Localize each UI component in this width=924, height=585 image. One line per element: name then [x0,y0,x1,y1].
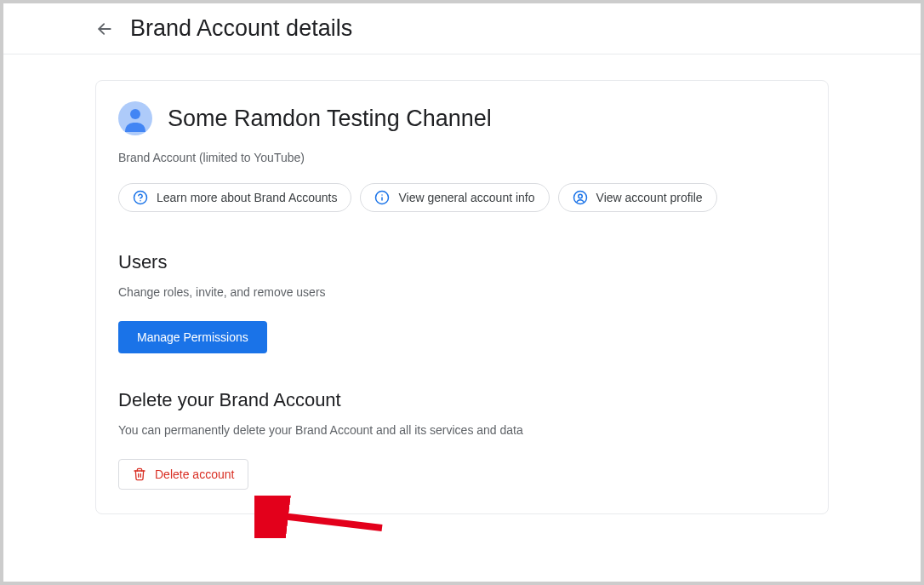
app-header: Brand Account details [3,3,921,54]
users-section: Users Change roles, invite, and remove u… [118,251,806,389]
brand-account-card: Some Ramdon Testing Channel Brand Accoun… [95,80,829,514]
users-subtitle: Change roles, invite, and remove users [118,285,806,299]
general-info-chip[interactable]: View general account info [360,183,549,212]
chip-label: View account profile [596,191,703,204]
content-area: Some Ramdon Testing Channel Brand Accoun… [3,54,921,531]
avatar [118,101,152,135]
chip-row: Learn more about Brand Accounts View gen… [118,183,806,212]
page-title: Brand Account details [130,15,352,42]
person-icon [118,101,152,135]
delete-button-label: Delete account [155,467,234,481]
users-title: Users [118,251,806,273]
help-icon [133,190,148,205]
delete-account-button[interactable]: Delete account [118,459,248,490]
account-header-row: Some Ramdon Testing Channel [118,101,806,135]
account-profile-chip[interactable]: View account profile [558,183,717,212]
chip-label: View general account info [398,191,534,204]
app-frame: Brand Account details Some Ramdon Testin… [3,3,921,582]
arrow-left-icon [96,20,113,37]
account-subtext: Brand Account (limited to YouTube) [118,151,806,164]
svg-point-2 [130,109,140,119]
back-button[interactable] [94,19,115,39]
info-icon [374,190,390,205]
delete-title: Delete your Brand Account [118,389,806,411]
delete-section: Delete your Brand Account You can perman… [118,389,806,490]
learn-more-chip[interactable]: Learn more about Brand Accounts [118,183,351,212]
chip-label: Learn more about Brand Accounts [157,191,337,204]
account-name: Some Ramdon Testing Channel [168,106,492,132]
account-circle-icon [573,190,588,205]
svg-point-9 [578,194,582,198]
delete-subtitle: You can permanently delete your Brand Ac… [118,423,806,437]
trash-icon [133,467,146,481]
manage-permissions-button[interactable]: Manage Permissions [118,321,267,353]
